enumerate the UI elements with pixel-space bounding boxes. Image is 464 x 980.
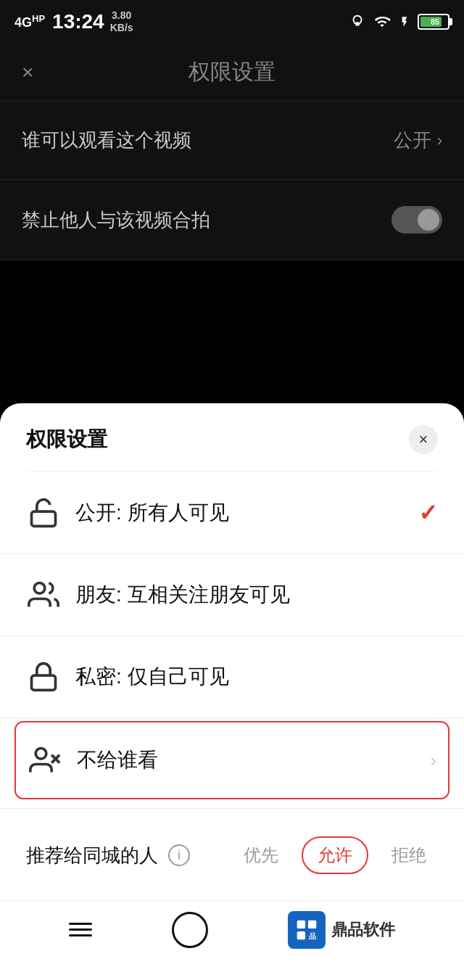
recommend-options: 优先 允许 拒绝 bbox=[232, 836, 438, 874]
brand-nav-area: 品 鼎品软件 bbox=[288, 911, 395, 949]
toggle-knob bbox=[418, 209, 439, 231]
visibility-label: 谁可以观看这个视频 bbox=[22, 128, 191, 153]
top-close-button[interactable]: × bbox=[22, 61, 33, 84]
svg-rect-2 bbox=[32, 675, 56, 690]
bottom-sheet: 权限设置 × 公开: 所有人可见 ✓ 朋友: 互相关注朋友可见 bbox=[0, 403, 464, 980]
svg-rect-6 bbox=[293, 916, 320, 944]
status-bar: 4GHP 13:24 3.80 KB/s 85 bbox=[0, 0, 464, 44]
brand-name: 鼎品软件 bbox=[331, 919, 395, 941]
battery-indicator: 85 bbox=[418, 14, 450, 30]
sheet-close-button[interactable]: × bbox=[409, 425, 438, 454]
info-icon[interactable]: i bbox=[168, 844, 190, 866]
visibility-current: 公开 bbox=[394, 128, 431, 153]
sheet-divider-bottom bbox=[0, 808, 464, 809]
recommend-allow[interactable]: 允许 bbox=[302, 836, 368, 874]
svg-rect-0 bbox=[32, 511, 56, 526]
svg-text:品: 品 bbox=[309, 932, 316, 940]
option-private[interactable]: 私密: 仅自己可见 bbox=[0, 636, 464, 718]
recommend-row: 推荐给同城的人 i 优先 允许 拒绝 bbox=[0, 818, 464, 893]
brand-logo: 品 bbox=[288, 911, 326, 949]
bottom-nav-bar: 品 鼎品软件 bbox=[0, 900, 464, 958]
settings-area: 谁可以观看这个视频 公开 › 禁止他人与该视频合拍 bbox=[0, 102, 464, 260]
option-public[interactable]: 公开: 所有人可见 ✓ bbox=[0, 472, 464, 554]
time-display: 13:24 bbox=[52, 10, 104, 33]
friends-icon bbox=[26, 577, 61, 612]
hamburger-icon bbox=[69, 923, 92, 936]
lock-open-icon bbox=[26, 495, 61, 530]
private-option-text: 私密: 仅自己可见 bbox=[75, 663, 438, 691]
svg-rect-8 bbox=[308, 920, 316, 928]
wifi-icon bbox=[373, 14, 392, 30]
option-friends[interactable]: 朋友: 互相关注朋友可见 bbox=[0, 554, 464, 636]
menu-nav-button[interactable] bbox=[69, 923, 92, 936]
page-title: 权限设置 bbox=[188, 57, 276, 87]
svg-rect-9 bbox=[297, 931, 305, 939]
svg-point-3 bbox=[36, 749, 46, 759]
recommend-reject[interactable]: 拒绝 bbox=[380, 838, 438, 873]
home-circle-icon bbox=[172, 912, 208, 948]
svg-point-1 bbox=[34, 583, 45, 594]
status-right: 85 bbox=[349, 14, 450, 30]
sheet-title: 权限设置 bbox=[26, 426, 107, 453]
home-nav-button[interactable] bbox=[172, 912, 208, 948]
status-left: 4GHP 13:24 3.80 KB/s bbox=[14, 9, 133, 34]
lightning-icon bbox=[399, 14, 410, 30]
blocked-option-chevron: › bbox=[430, 749, 436, 772]
speed-display: 3.80 KB/s bbox=[110, 9, 133, 34]
duet-toggle[interactable] bbox=[392, 206, 442, 234]
public-option-text: 公开: 所有人可见 bbox=[75, 499, 418, 527]
public-selected-check: ✓ bbox=[418, 499, 438, 527]
top-navigation: × 权限设置 bbox=[0, 44, 464, 102]
visibility-chevron: › bbox=[437, 131, 442, 150]
block-friends-icon bbox=[28, 743, 62, 778]
alarm-icon bbox=[349, 14, 365, 30]
visibility-value: 公开 › bbox=[394, 128, 442, 153]
friends-option-text: 朋友: 互相关注朋友可见 bbox=[75, 581, 438, 609]
option-blocked[interactable]: 不给谁看 › bbox=[14, 721, 450, 799]
visibility-setting-row[interactable]: 谁可以观看这个视频 公开 › bbox=[0, 102, 464, 180]
lock-icon bbox=[26, 659, 61, 694]
network-signal: 4GHP bbox=[14, 13, 45, 30]
duet-label: 禁止他人与该视频合拍 bbox=[22, 207, 210, 233]
svg-rect-7 bbox=[297, 920, 305, 928]
sheet-header: 权限设置 × bbox=[0, 403, 464, 472]
recommend-label: 推荐给同城的人 bbox=[26, 843, 158, 868]
recommend-priority[interactable]: 优先 bbox=[232, 838, 290, 873]
duet-setting-row[interactable]: 禁止他人与该视频合拍 bbox=[0, 180, 464, 260]
blocked-option-text: 不给谁看 bbox=[77, 746, 430, 774]
